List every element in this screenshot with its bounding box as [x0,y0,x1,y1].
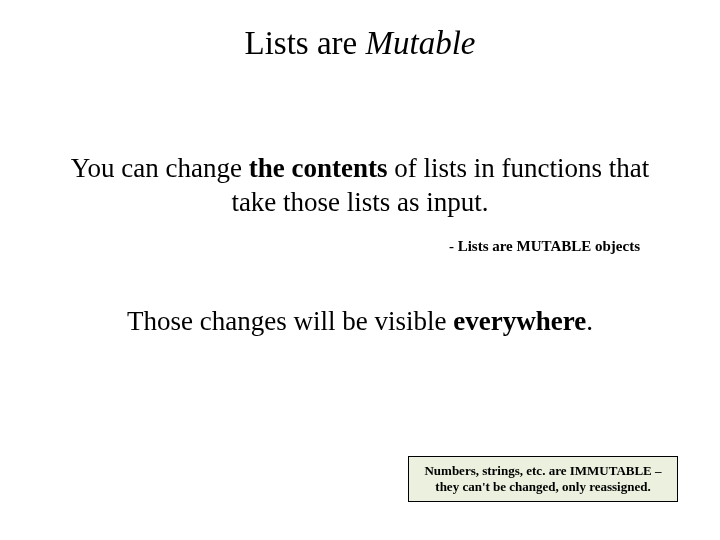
para2-post: . [586,306,593,336]
slide-title: Lists are Mutable [60,25,660,62]
title-prefix: Lists are [245,25,366,61]
title-italic: Mutable [365,25,475,61]
bullet-note: - Lists are MUTABLE objects [60,238,660,255]
para1-pre: You can change [71,153,249,183]
callout-box: Numbers, strings, etc. are IMMUTABLE – t… [408,456,678,503]
paragraph-2: Those changes will be visible everywhere… [60,305,660,339]
para1-bold: the contents [249,153,388,183]
paragraph-1: You can change the contents of lists in … [60,152,660,220]
para2-bold: everywhere [453,306,586,336]
para2-pre: Those changes will be visible [127,306,453,336]
slide: Lists are Mutable You can change the con… [0,0,720,540]
